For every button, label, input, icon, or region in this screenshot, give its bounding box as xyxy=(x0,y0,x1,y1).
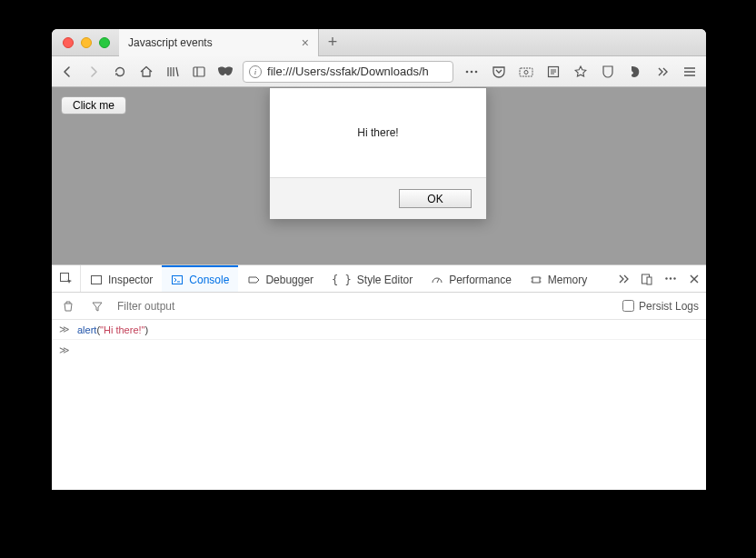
tab-debugger-label: Debugger xyxy=(265,274,313,286)
screenshot-icon[interactable] xyxy=(517,63,535,81)
devtools-menu-button[interactable] xyxy=(659,276,682,281)
svg-rect-0 xyxy=(194,67,204,76)
devtools-close-button[interactable] xyxy=(682,274,706,284)
console-output: ≫ alert("Hi there!") ≫ xyxy=(52,320,706,490)
pocket-icon[interactable] xyxy=(490,63,508,81)
element-picker-button[interactable] xyxy=(52,265,81,292)
menu-button[interactable] xyxy=(681,63,699,81)
alert-button-bar: OK xyxy=(270,177,486,219)
svg-point-4 xyxy=(475,70,478,73)
overflow-chevron-icon[interactable] xyxy=(653,63,671,81)
evernote-icon[interactable] xyxy=(626,63,644,81)
clear-console-button[interactable] xyxy=(59,297,77,315)
forward-button[interactable] xyxy=(85,63,103,81)
tab-memory-label: Memory xyxy=(548,274,587,286)
tab-title: Javascript events xyxy=(128,36,213,49)
console-prompt-icon: ≫ xyxy=(59,344,70,356)
svg-point-6 xyxy=(524,70,528,74)
url-text: file:///Users/ssfak/Downloads/h xyxy=(267,65,429,78)
tab-style-editor[interactable]: { } Style Editor xyxy=(323,265,422,292)
devtools-overflow-button[interactable] xyxy=(612,274,635,284)
svg-point-3 xyxy=(471,70,473,73)
tab-style-editor-label: Style Editor xyxy=(357,274,413,286)
titlebar: Javascript events × + xyxy=(52,29,706,56)
persist-logs-checkbox[interactable] xyxy=(622,300,634,312)
reader-icon[interactable] xyxy=(544,63,562,81)
tab-console-label: Console xyxy=(189,274,229,286)
back-button[interactable] xyxy=(59,63,76,81)
console-prompt-icon: ≫ xyxy=(59,324,70,335)
braces-icon: { } xyxy=(332,274,352,286)
tab-performance-label: Performance xyxy=(449,274,512,286)
tab-inspector-label: Inspector xyxy=(108,274,153,286)
click-me-button[interactable]: Click me xyxy=(61,96,126,115)
devtools-tabs: Inspector Console Debugger { } Style Edi… xyxy=(52,265,706,293)
svg-line-17 xyxy=(437,279,439,283)
close-window-button[interactable] xyxy=(63,37,74,48)
tab-inspector[interactable]: Inspector xyxy=(81,265,162,292)
svg-rect-15 xyxy=(92,275,102,284)
toolbar: i file:///Users/ssfak/Downloads/h xyxy=(52,56,706,87)
tab-close-button[interactable]: × xyxy=(302,35,309,50)
console-input-line[interactable]: ≫ xyxy=(52,340,706,360)
reload-button[interactable] xyxy=(112,63,129,81)
tab-console[interactable]: Console xyxy=(162,265,238,292)
persist-logs-label: Persist Logs xyxy=(639,300,699,313)
browser-window: Javascript events × + i file:///Users/ xyxy=(52,29,706,490)
page-viewport: Click me Hi there! OK xyxy=(52,87,706,264)
console-filter-bar: Persist Logs xyxy=(52,293,706,320)
svg-rect-18 xyxy=(532,277,540,283)
sidebar-icon[interactable] xyxy=(190,63,207,81)
svg-rect-5 xyxy=(520,68,532,76)
svg-point-26 xyxy=(670,277,671,279)
svg-point-27 xyxy=(673,277,675,279)
minimize-window-button[interactable] xyxy=(81,37,92,48)
svg-rect-16 xyxy=(173,275,183,284)
svg-point-25 xyxy=(665,277,667,279)
alert-dialog: Hi there! OK xyxy=(269,87,487,219)
maximize-window-button[interactable] xyxy=(99,37,110,48)
alert-message: Hi there! xyxy=(270,88,486,177)
console-code: alert("Hi there!") xyxy=(77,324,148,335)
home-button[interactable] xyxy=(138,63,155,81)
url-bar[interactable]: i file:///Users/ssfak/Downloads/h xyxy=(243,61,453,83)
new-tab-button[interactable]: + xyxy=(319,33,346,52)
toolbar-right xyxy=(463,63,699,81)
filter-output-input[interactable] xyxy=(117,300,263,313)
svg-rect-14 xyxy=(60,273,68,281)
mask-icon[interactable] xyxy=(216,63,234,81)
window-controls xyxy=(52,37,119,48)
persist-logs-toggle[interactable]: Persist Logs xyxy=(622,300,699,313)
library-icon[interactable] xyxy=(164,63,181,81)
tab-memory[interactable]: Memory xyxy=(521,265,596,292)
site-info-icon[interactable]: i xyxy=(249,65,262,78)
svg-point-2 xyxy=(466,70,469,73)
responsive-mode-button[interactable] xyxy=(635,273,659,285)
filter-icon[interactable] xyxy=(88,297,106,315)
svg-rect-24 xyxy=(647,277,652,284)
ublock-icon[interactable] xyxy=(599,63,617,81)
devtools-panel: Inspector Console Debugger { } Style Edi… xyxy=(52,264,706,490)
more-actions-icon[interactable] xyxy=(463,63,481,81)
bookmark-star-icon[interactable] xyxy=(572,63,590,81)
tab-performance[interactable]: Performance xyxy=(422,265,521,292)
browser-tab[interactable]: Javascript events × xyxy=(119,29,319,56)
tab-debugger[interactable]: Debugger xyxy=(238,265,323,292)
alert-ok-button[interactable]: OK xyxy=(399,189,472,208)
console-line: ≫ alert("Hi there!") xyxy=(52,320,706,340)
